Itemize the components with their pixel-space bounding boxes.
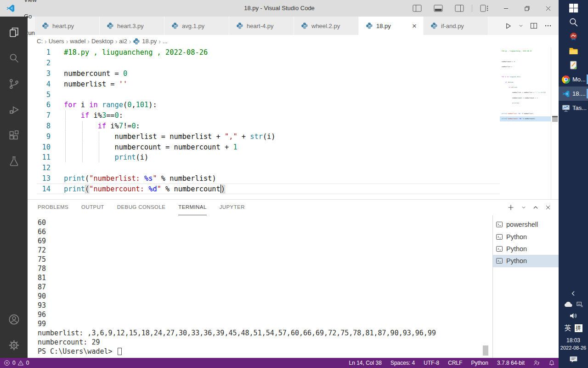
split-editor-icon[interactable] (530, 22, 537, 29)
terminal-scrollbar[interactable] (483, 345, 488, 356)
windows-start-icon (569, 3, 578, 13)
terminal-session-python[interactable]: Python (493, 243, 559, 255)
settings-gear-icon[interactable] (0, 332, 28, 358)
breadcrumb-segment[interactable]: 18.py (133, 38, 157, 45)
restore-button[interactable] (516, 0, 537, 17)
minimap-line: for i in range(0,101): (502, 75, 551, 80)
minimap-line: #18.py , liuguancheng , 2022-08-26 (502, 49, 551, 54)
maximize-panel-icon[interactable] (533, 205, 538, 210)
taskbar-label: Mo... (572, 76, 586, 83)
tab-label: wheel.2.py (311, 23, 340, 29)
status-cursor-position[interactable]: Ln 14, Col 38 (349, 360, 381, 366)
taskbar-task-manager[interactable]: Tas... (559, 101, 588, 115)
input-indicator-icon[interactable] (577, 301, 583, 308)
terminal-line: 93 (38, 301, 492, 310)
panel-tab-jupyter[interactable]: JUPYTER (220, 200, 245, 215)
code-line: 10 numbercount = numbercount + 1 (28, 142, 559, 152)
panel-tab-output[interactable]: OUTPUT (81, 200, 104, 215)
breadcrumb-separator: › (129, 38, 131, 45)
line-number: 1 (28, 48, 51, 57)
minimap[interactable]: #18.py , liuguancheng , 2022-08-26number… (500, 47, 551, 199)
status-encoding[interactable]: UTF-8 (424, 360, 439, 366)
source-control-icon[interactable] (0, 71, 28, 97)
run-python-file-icon[interactable] (505, 23, 512, 29)
toggle-secondary-sidebar-icon[interactable] (455, 5, 464, 12)
close-button[interactable] (537, 0, 559, 17)
taskbar-notepad[interactable] (559, 58, 588, 72)
code-line: 4numberlist = '' (28, 79, 559, 89)
minimize-button[interactable] (495, 0, 516, 17)
terminal-session-python[interactable]: Python (493, 255, 559, 267)
terminal-list: powershellPythonPythonPython (492, 215, 559, 358)
close-tab-icon[interactable]: × (411, 22, 418, 30)
notifications-bell-icon[interactable] (548, 360, 555, 366)
hidden-icons-chevron[interactable] (571, 291, 576, 296)
close-panel-icon[interactable] (545, 205, 551, 210)
session-label: Python (506, 257, 527, 264)
terminal[interactable]: 606669727578818790939699numberlist: ,3,6… (28, 215, 492, 358)
windows-taskbar: Mo...18....Tas... 英 拼 18:03 2022-08-26 (559, 0, 588, 368)
terminal-icon (496, 245, 503, 253)
status-eol[interactable]: CRLF (448, 360, 462, 366)
breadcrumb-segment[interactable]: ... (163, 38, 168, 45)
panel-tab-debug-console[interactable]: DEBUG CONSOLE (117, 200, 166, 215)
breadcrumb-segment[interactable]: ai2 (119, 38, 127, 45)
taskbar-vscode[interactable]: 18.... (559, 86, 588, 101)
status-indentation[interactable]: Spaces: 4 (390, 360, 415, 366)
tab-18.py[interactable]: 18.py× (359, 17, 424, 35)
editor-scrollbar[interactable] (551, 47, 559, 199)
tab-wheel.2.py[interactable]: wheel.2.py (294, 17, 359, 35)
tab-if-and.py[interactable]: if-and.py (424, 17, 488, 35)
extensions-icon[interactable] (0, 122, 28, 148)
indent-guide (65, 132, 66, 142)
code-lines: 1#18.py , liuguancheng , 2022-08-2623num… (28, 47, 559, 194)
tab-heart-4.py[interactable]: heart-4.py (229, 17, 294, 35)
onedrive-icon[interactable] (563, 301, 573, 308)
toggle-primary-sidebar-icon[interactable] (413, 5, 422, 12)
menu-view[interactable]: View (20, 0, 52, 8)
status-interpreter[interactable]: 3.7.8 64-bit (497, 360, 525, 366)
code-editor[interactable]: 1#18.py , liuguancheng , 2022-08-2623num… (28, 47, 559, 199)
terminal-dropdown-chevron-icon[interactable] (521, 205, 526, 210)
breadcrumb-label: ... (163, 38, 168, 45)
breadcrumb-segment[interactable]: wadel (70, 38, 85, 45)
menu-run[interactable]: Run (20, 25, 52, 41)
volume-icon[interactable] (569, 312, 578, 319)
taskbar-screenshot-tool[interactable] (559, 29, 588, 44)
action-center-icon[interactable] (569, 356, 578, 363)
breadcrumb-label: wadel (70, 38, 85, 45)
problems-indicator[interactable]: 0 0 (4, 360, 29, 366)
session-label: Python (506, 245, 527, 253)
breadcrumb-label: 18.py (142, 38, 157, 45)
ime-language[interactable]: 英 (565, 324, 571, 333)
menu-go[interactable]: Go (20, 8, 52, 25)
terminal-line: 78 (38, 264, 492, 273)
panel-tab-terminal[interactable]: TERMINAL (178, 200, 206, 215)
tab-avg.1.py[interactable]: avg.1.py (164, 17, 229, 35)
taskbar-chrome[interactable]: Mo... (559, 72, 588, 86)
tab-heart.3.py[interactable]: heart.3.py (100, 17, 164, 35)
taskbar-search[interactable] (559, 15, 588, 29)
terminal-session-powershell[interactable]: powershell (493, 218, 559, 230)
terminal-line: 87 (38, 282, 492, 292)
run-dropdown-chevron-icon[interactable] (519, 23, 523, 28)
feedback-icon[interactable] (533, 360, 540, 366)
toggle-panel-icon[interactable] (434, 5, 443, 12)
more-actions-icon[interactable] (544, 22, 552, 29)
run-debug-icon[interactable] (0, 97, 28, 122)
tab-label: heart-4.py (247, 23, 274, 29)
vscode-logo-icon (6, 4, 15, 13)
ime-mode[interactable]: 拼 (575, 324, 582, 332)
accounts-icon[interactable] (0, 306, 28, 332)
testing-icon[interactable] (0, 148, 28, 174)
customize-layout-icon[interactable] (480, 5, 489, 12)
indent-guide (99, 142, 99, 152)
taskbar-clock[interactable]: 18:03 2022-08-26 (560, 337, 586, 351)
terminal-session-python[interactable]: Python (493, 230, 559, 242)
status-language-mode[interactable]: Python (471, 360, 488, 366)
breadcrumb-segment[interactable]: Desktop (91, 38, 113, 45)
taskbar-start[interactable] (559, 1, 588, 15)
panel-tab-problems[interactable]: PROBLEMS (38, 200, 68, 215)
new-terminal-icon[interactable] (507, 204, 514, 211)
taskbar-file-explorer[interactable] (559, 44, 588, 58)
